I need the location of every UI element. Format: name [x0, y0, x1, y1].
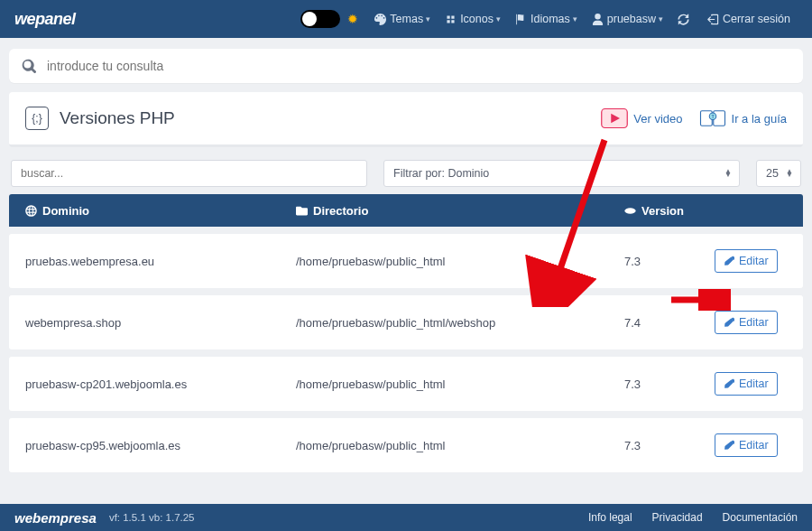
topbar: wepanel ✹ Temas▾ Iconos▾ Idiomas▾ prueba…	[0, 0, 812, 38]
chevron-down-icon: ▾	[573, 14, 577, 23]
cell-version: 7.3	[624, 439, 715, 452]
footer-version: vf: 1.5.1 vb: 1.7.25	[109, 512, 195, 523]
footer-docs-link[interactable]: Documentación	[723, 511, 798, 524]
search-icon	[22, 59, 36, 73]
chevron-down-icon: ▾	[426, 14, 430, 23]
table-row: pruebasw-cp95.webjoomla.es/home/pruebasw…	[9, 418, 803, 472]
col-version[interactable]: Version	[624, 204, 715, 218]
nav-refresh[interactable]	[670, 14, 700, 25]
guide-link[interactable]: T Ir a la guía	[699, 107, 787, 129]
php-versions-table: Dominio Directorio Version pruebas.webem…	[9, 194, 803, 472]
gear-icon[interactable]: ✹	[347, 12, 358, 26]
php-badge-icon	[624, 205, 636, 217]
cell-directory: /home/pruebasw/public_html/webshop	[296, 316, 624, 330]
table-header: Dominio Directorio Version	[9, 194, 803, 227]
table-row: pruebas.webempresa.eu/home/pruebasw/publ…	[9, 234, 803, 288]
chevron-down-icon: ▾	[659, 14, 663, 23]
edit-button[interactable]: Editar	[715, 249, 778, 273]
table-row: webempresa.shop/home/pruebasw/public_htm…	[9, 295, 803, 349]
nav-icons[interactable]: Iconos▾	[438, 13, 508, 25]
chevron-down-icon: ▾	[496, 14, 501, 23]
cell-version: 7.4	[624, 316, 715, 330]
nav-themes[interactable]: Temas▾	[367, 13, 438, 25]
nav-user[interactable]: pruebasw▾	[585, 13, 670, 25]
cell-domain: pruebasw-cp95.webjoomla.es	[25, 439, 296, 452]
col-directory[interactable]: Directorio	[296, 204, 624, 218]
footer-brand: webempresa	[14, 510, 97, 526]
cell-domain: webempresa.shop	[25, 316, 296, 330]
folder-icon	[296, 205, 308, 217]
svg-point-6	[624, 208, 635, 214]
page-header: {;} Versiones PHP Ver video T Ir a la gu…	[9, 92, 803, 147]
logout-icon	[707, 14, 719, 25]
edit-button[interactable]: Editar	[715, 311, 778, 334]
edit-button[interactable]: Editar	[715, 433, 778, 457]
palette-icon	[374, 14, 386, 25]
table-search-input[interactable]	[11, 160, 367, 187]
book-icon: T	[699, 107, 726, 129]
refresh-icon	[678, 14, 689, 25]
page-title: Versiones PHP	[60, 108, 585, 128]
user-icon	[592, 14, 604, 25]
table-row: pruebasw-cp201.webjoomla.es/home/pruebas…	[9, 357, 803, 411]
col-domain[interactable]: Dominio	[25, 204, 296, 218]
brand-logo: wepanel	[14, 10, 76, 29]
play-icon	[601, 107, 628, 129]
cell-domain: pruebas.webempresa.eu	[25, 255, 296, 268]
footer-legal-link[interactable]: Info legal	[588, 511, 632, 524]
cell-version: 7.3	[624, 255, 715, 268]
footer-privacy-link[interactable]: Privacidad	[652, 511, 703, 524]
filter-bar: Filtrar por: Dominio ▲▼ 25 ▲▼	[0, 153, 812, 194]
cell-directory: /home/pruebasw/public_html	[296, 255, 624, 268]
dark-mode-toggle[interactable]	[300, 10, 340, 28]
domain-filter-select[interactable]: Filtrar por: Dominio ▲▼	[383, 160, 740, 187]
flag-icon	[515, 14, 527, 25]
global-search[interactable]	[9, 49, 803, 83]
sort-icon: ▲▼	[786, 170, 793, 177]
cell-directory: /home/pruebasw/public_html	[296, 377, 624, 391]
globe-icon	[25, 205, 37, 217]
watch-video-link[interactable]: Ver video	[601, 107, 682, 129]
footer: webempresa vf: 1.5.1 vb: 1.7.25 Info leg…	[0, 504, 812, 531]
cell-directory: /home/pruebasw/public_html	[296, 439, 624, 452]
edit-button[interactable]: Editar	[715, 372, 778, 396]
global-search-input[interactable]	[47, 59, 790, 73]
nav-logout[interactable]: Cerrar sesión	[700, 13, 798, 25]
cell-domain: pruebasw-cp201.webjoomla.es	[25, 377, 296, 391]
page-size-select[interactable]: 25 ▲▼	[756, 160, 801, 187]
sort-icon: ▲▼	[724, 170, 732, 177]
grid-icon	[445, 14, 457, 25]
php-icon: {;}	[25, 107, 49, 130]
cell-version: 7.3	[624, 377, 715, 391]
nav-languages[interactable]: Idiomas▾	[508, 13, 585, 25]
